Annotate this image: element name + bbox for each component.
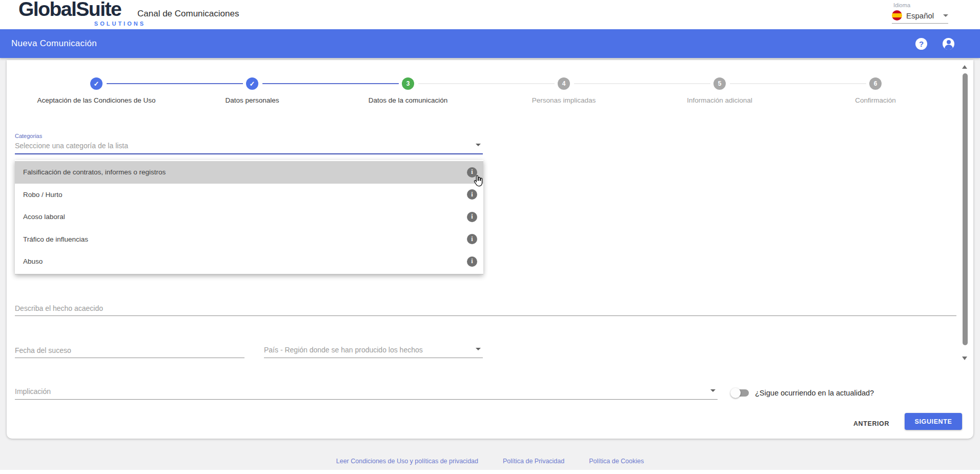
info-icon[interactable]: i: [467, 256, 477, 267]
scroll-down-icon[interactable]: [962, 357, 967, 360]
categories-dropdown-panel: Falsificación de contratos, informes o r…: [15, 160, 483, 274]
chevron-down-icon[interactable]: [943, 14, 948, 17]
categories-select-value: Seleccione una categoría de la lista: [15, 142, 128, 150]
step-3-label: Datos de la comunicación: [331, 96, 485, 104]
info-icon[interactable]: i: [467, 189, 477, 200]
step-6-number: 6: [874, 80, 877, 87]
date-input[interactable]: [15, 346, 244, 358]
dropdown-arrow-icon[interactable]: [476, 144, 481, 146]
info-glyph: i: [471, 191, 473, 199]
step-1-circle[interactable]: ✓: [90, 77, 103, 90]
categories-select[interactable]: Seleccione una categoría de la lista: [15, 141, 483, 154]
dropdown-option-robo[interactable]: Robo / Hurto i: [15, 184, 483, 206]
still-happening-toggle[interactable]: [730, 388, 750, 398]
language-selector[interactable]: Idioma Español: [892, 2, 948, 24]
stepper-connector-4: [574, 83, 710, 84]
info-glyph: i: [471, 235, 473, 243]
info-icon[interactable]: i: [467, 167, 477, 177]
toolbar-title: Nueva Comunicación: [11, 38, 97, 49]
toggle-knob: [730, 388, 741, 398]
step-4-label: Personas implicadas: [487, 96, 641, 104]
check-icon: ✓: [250, 80, 255, 88]
previous-button[interactable]: ANTERIOR: [848, 417, 894, 431]
dropdown-arrow-icon[interactable]: [476, 348, 481, 350]
step-3-circle[interactable]: 3: [402, 77, 414, 90]
stepper-connector-2: [262, 83, 399, 84]
check-icon: ✓: [94, 80, 99, 88]
step-4-circle[interactable]: 4: [558, 77, 570, 90]
scrollbar-thumb[interactable]: [963, 73, 968, 345]
logo-text: GlobalSuite: [18, 0, 121, 21]
wizard-card: ✓ Aceptación de las Condiciones de Uso ✓…: [7, 60, 973, 439]
dropdown-option-label: Falsificación de contratos, informes o r…: [23, 168, 467, 176]
page-title: Canal de Comunicaciones: [137, 9, 239, 19]
toolbar: Nueva Comunicación ?: [0, 29, 980, 58]
info-glyph: i: [471, 213, 473, 221]
spain-flag-icon: [892, 10, 902, 21]
footer-link-privacy[interactable]: Política de Privacidad: [503, 458, 564, 465]
language-label: Idioma: [893, 2, 948, 8]
country-select-value: País - Región donde se han producido los…: [264, 346, 423, 354]
dropdown-option-trafico[interactable]: Tráfico de influencias i: [15, 228, 483, 251]
next-button[interactable]: SIGUIENTE: [905, 413, 962, 430]
country-select[interactable]: País - Región donde se han producido los…: [264, 345, 483, 358]
still-happening-label: ¿Sigue ocurriendo en la actualidad?: [755, 389, 874, 397]
implication-select-value: Implicación: [15, 387, 51, 396]
step-1-label: Aceptación de las Condiciones de Uso: [19, 96, 173, 104]
stepper-connector-3: [418, 83, 555, 84]
dropdown-option-acoso[interactable]: Acoso laboral i: [15, 206, 483, 228]
implication-select[interactable]: Implicación: [15, 387, 718, 400]
dropdown-option-label: Tráfico de influencias: [23, 235, 467, 243]
app-header: GlobalSuite SOLUTIONS Canal de Comunicac…: [0, 0, 980, 29]
globalsuite-logo: GlobalSuite SOLUTIONS: [18, 0, 136, 29]
dropdown-option-falsificacion[interactable]: Falsificación de contratos, informes o r…: [15, 161, 483, 184]
step-5-number: 5: [718, 80, 722, 87]
dropdown-option-label: Acoso laboral: [23, 213, 467, 221]
footer-link-cookies[interactable]: Política de Cookies: [589, 458, 644, 465]
step-6-label: Confirmación: [799, 96, 952, 104]
help-glyph: ?: [919, 40, 924, 48]
info-icon[interactable]: i: [467, 212, 477, 222]
footer-link-conditions[interactable]: Leer Condiciones de Uso y políticas de p…: [336, 458, 478, 465]
language-value: Español: [906, 11, 941, 20]
step-6-circle[interactable]: 6: [869, 77, 882, 90]
footer: Leer Condiciones de Uso y políticas de p…: [0, 458, 980, 465]
account-body-shape: [945, 45, 953, 50]
categories-label: Categorias: [15, 133, 42, 139]
step-2-label: Datos personales: [175, 96, 329, 104]
step-5-label: Información adicional: [643, 96, 797, 104]
scroll-up-icon[interactable]: [962, 65, 967, 69]
stepper-connector-1: [107, 83, 243, 84]
dropdown-option-label: Robo / Hurto: [23, 191, 467, 199]
account-head-shape: [947, 40, 951, 44]
account-icon[interactable]: [943, 38, 954, 50]
step-2-circle[interactable]: ✓: [246, 77, 258, 90]
description-input[interactable]: [15, 304, 956, 316]
bottom-strip: [0, 470, 980, 474]
help-icon[interactable]: ?: [915, 38, 927, 50]
step-3-number: 3: [406, 80, 410, 87]
stepper-connector-5: [730, 83, 866, 84]
dropdown-arrow-icon[interactable]: [710, 389, 716, 392]
vertical-scrollbar[interactable]: [962, 63, 968, 367]
info-glyph: i: [471, 168, 473, 176]
dropdown-option-label: Abuso: [23, 258, 467, 265]
step-5-circle[interactable]: 5: [713, 77, 726, 90]
logo-subtext: SOLUTIONS: [94, 21, 146, 27]
info-icon[interactable]: i: [467, 234, 477, 244]
info-glyph: i: [471, 258, 473, 265]
dropdown-option-abuso[interactable]: Abuso i: [15, 250, 483, 273]
step-4-number: 4: [562, 80, 566, 87]
